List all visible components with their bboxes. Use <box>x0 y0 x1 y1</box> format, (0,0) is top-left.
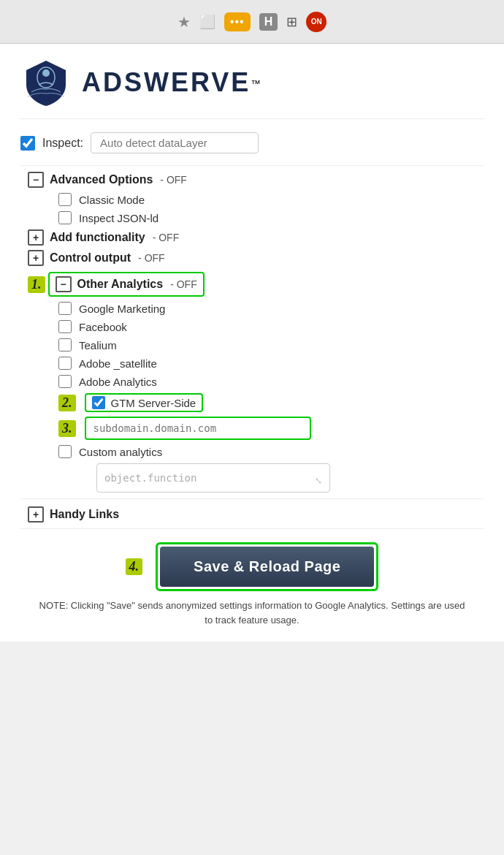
domain-step-row: 3. <box>58 417 484 440</box>
facebook-checkbox[interactable] <box>58 320 72 333</box>
gtm-step-row: 2. GTM Server-Side <box>58 393 484 412</box>
logo-text: ADSWERVE <box>82 67 251 97</box>
step2-badge: 2. <box>58 395 76 411</box>
control-output-expand-icon[interactable]: + <box>28 250 44 266</box>
step4-badge: 4. <box>126 558 143 575</box>
google-marketing-label: Google Marketing <box>79 303 165 315</box>
add-functionality-section[interactable]: + Add functionality - OFF <box>28 229 484 246</box>
save-section: 4. Save & Reload Page <box>20 542 484 591</box>
svg-point-1 <box>42 69 50 77</box>
resize-handle-icon: ⤡ <box>315 476 322 486</box>
step1-badge: 1. <box>28 276 45 293</box>
monitor-icon[interactable]: ⬜ <box>199 14 215 30</box>
browser-toolbar: ★ ⬜ ••• H ⊞ ON <box>0 0 504 44</box>
classic-mode-label: Classic Mode <box>79 194 145 206</box>
inspect-json-row: Inspect JSON-ld <box>58 211 484 224</box>
save-reload-button[interactable]: Save & Reload Page <box>160 547 374 587</box>
h-icon[interactable]: H <box>259 13 278 31</box>
adobe-satellite-checkbox[interactable] <box>58 357 72 370</box>
adobe-analytics-label: Adobe Analytics <box>79 376 157 388</box>
handy-links-section[interactable]: + Handy Links <box>28 506 484 522</box>
inspect-json-label: Inspect JSON-ld <box>79 212 159 224</box>
adobe-analytics-checkbox[interactable] <box>58 375 72 388</box>
inspect-row: Inspect: <box>20 132 484 153</box>
advanced-options-label: Advanced Options <box>50 173 153 186</box>
inspect-label: Inspect: <box>42 137 83 150</box>
facebook-label: Facebook <box>79 321 127 333</box>
tealium-checkbox[interactable] <box>58 338 72 352</box>
inspect-input[interactable] <box>91 132 259 153</box>
dots-icon[interactable]: ••• <box>224 12 251 31</box>
advanced-options-subitems: Classic Mode Inspect JSON-ld <box>58 193 484 224</box>
control-output-status: - OFF <box>138 252 165 264</box>
custom-analytics-label: Custom analytics <box>79 446 162 458</box>
google-marketing-row: Google Marketing <box>58 302 484 315</box>
control-output-label: Control output <box>50 251 131 265</box>
gtm-server-side-checkbox[interactable] <box>92 396 105 409</box>
logo-area: ADSWERVE™ <box>20 44 484 119</box>
domain-input[interactable] <box>85 417 311 440</box>
custom-analytics-row: Custom analytics <box>58 445 484 458</box>
advanced-options-expand-icon[interactable]: − <box>28 172 44 188</box>
gtm-server-side-label: GTM Server-Side <box>111 397 196 409</box>
other-analytics-subitems: Google Marketing Facebook Tealium Adobe … <box>58 302 484 493</box>
other-analytics-status: - OFF <box>170 278 197 290</box>
gtm-highlighted: GTM Server-Side <box>85 393 204 412</box>
object-function-box: object.function ⤡ <box>96 463 330 493</box>
inspect-json-checkbox[interactable] <box>58 211 72 224</box>
other-analytics-section-row: 1. − Other Analytics - OFF <box>28 272 484 297</box>
classic-mode-checkbox[interactable] <box>58 193 72 206</box>
other-analytics-expand-icon[interactable]: − <box>56 276 72 292</box>
save-button-highlighted: Save & Reload Page <box>156 542 378 591</box>
custom-analytics-checkbox[interactable] <box>58 445 72 458</box>
inspect-checkbox[interactable] <box>20 136 35 151</box>
tealium-label: Tealium <box>79 339 117 352</box>
logo-trademark: ™ <box>251 78 260 89</box>
object-function-placeholder: object.function <box>104 472 196 484</box>
adobe-satellite-row: Adobe _satellite <box>58 357 484 370</box>
advanced-options-section[interactable]: − Advanced Options - OFF <box>28 172 484 188</box>
on-badge: ON <box>306 12 327 32</box>
handy-links-label: Handy Links <box>50 508 119 521</box>
google-marketing-checkbox[interactable] <box>58 302 72 315</box>
classic-mode-row: Classic Mode <box>58 193 484 206</box>
tealium-row: Tealium <box>58 338 484 352</box>
main-content: ADSWERVE™ Inspect: − Advanced Options - … <box>0 44 504 642</box>
other-analytics-highlighted[interactable]: − Other Analytics - OFF <box>48 272 205 297</box>
adobe-satellite-label: Adobe _satellite <box>79 357 157 370</box>
facebook-row: Facebook <box>58 320 484 333</box>
adobe-analytics-row: Adobe Analytics <box>58 375 484 388</box>
add-functionality-label: Add functionality <box>50 231 145 244</box>
advanced-options-status: - OFF <box>160 174 187 186</box>
handy-links-expand-icon[interactable]: + <box>28 506 44 522</box>
step3-badge: 3. <box>58 420 76 437</box>
add-functionality-status: - OFF <box>153 232 180 243</box>
other-analytics-label: Other Analytics <box>77 278 164 291</box>
star-icon[interactable]: ★ <box>177 13 191 31</box>
add-functionality-expand-icon[interactable]: + <box>28 229 44 246</box>
control-output-section[interactable]: + Control output - OFF <box>28 250 484 266</box>
note-text: NOTE: Clicking "Save" sends anonymized s… <box>20 598 484 627</box>
grid-icon[interactable]: ⊞ <box>286 14 297 30</box>
logo-shield-icon <box>20 57 72 108</box>
